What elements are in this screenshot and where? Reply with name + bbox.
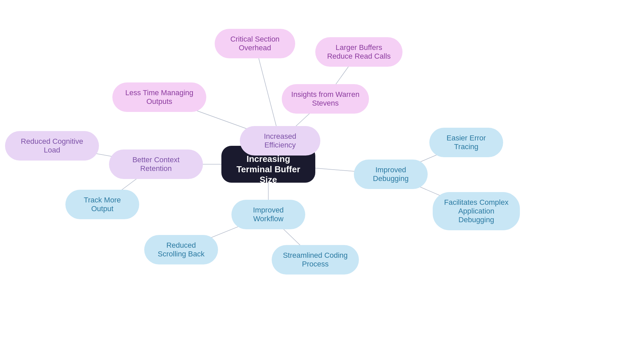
mindmap-container: Benefits of Increasing Terminal Buffer S… bbox=[0, 0, 644, 363]
node-less-time: Less Time Managing Outputs bbox=[112, 82, 206, 112]
node-increased-efficiency: Increased Efficiency bbox=[240, 126, 320, 156]
node-insights-warren: Insights from Warren Stevens bbox=[282, 84, 369, 114]
node-better-context: Better Context Retention bbox=[109, 149, 203, 179]
node-improved-debugging: Improved Debugging bbox=[354, 160, 428, 189]
node-streamlined-coding: Streamlined Coding Process bbox=[272, 245, 359, 275]
node-facilitates-complex: Facilitates Complex Application Debuggin… bbox=[433, 192, 520, 230]
node-critical-section: Critical Section Overhead bbox=[215, 29, 295, 58]
node-reduced-cognitive: Reduced Cognitive Load bbox=[5, 131, 99, 161]
node-reduced-scrolling: Reduced Scrolling Back bbox=[144, 235, 218, 264]
node-track-more: Track More Output bbox=[65, 190, 139, 219]
node-easier-error: Easier Error Tracing bbox=[429, 128, 503, 157]
node-improved-workflow: Improved Workflow bbox=[231, 200, 305, 229]
node-larger-buffers: Larger Buffers Reduce Read Calls bbox=[315, 37, 402, 67]
